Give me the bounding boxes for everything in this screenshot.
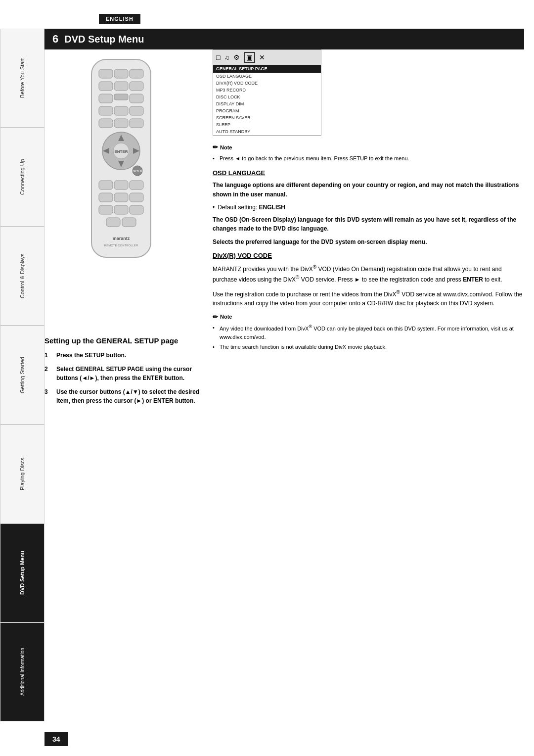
note-box-1: ✏ Note • Press ◄ to go back to the previ… [213, 142, 524, 162]
svg-text:SETUP: SETUP [133, 170, 142, 173]
note-1-bullet-1: • Press ◄ to go back to the previous men… [213, 154, 524, 163]
svg-rect-25 [99, 181, 113, 189]
svg-text:ENTER: ENTER [114, 149, 128, 154]
menu-item-osd: OSD LANGUAGE [213, 73, 321, 80]
osd-para-2: The OSD (On-Screen Display) language for… [213, 215, 524, 234]
svg-rect-2 [114, 69, 128, 78]
note-2-text-1: Any video the downloaded from DivX® VOD … [220, 324, 524, 341]
svg-rect-26 [114, 181, 128, 189]
sidebar-item-before-you-start[interactable]: Before You Start [0, 29, 44, 128]
left-column: ENTER SETUP marantz [44, 49, 203, 269]
sidebar: Before You Start Connecting Up Control &… [0, 29, 44, 721]
svg-rect-34 [106, 218, 120, 227]
menu-screenshot: □ ♫ ⚙ ▣ ✕ GENERAL SETUP PAGE OSD LANGUAG… [213, 49, 321, 136]
divx-para-1: MARANTZ provides you with the DivX® VOD … [213, 263, 524, 284]
svg-rect-3 [130, 69, 143, 78]
menu-icon-settings: ⚙ [233, 53, 240, 61]
chapter-title: DVD Setup Menu [64, 34, 144, 45]
svg-rect-1 [99, 69, 113, 78]
setup-section: Setting up the GENERAL SETUP page 1 Pres… [44, 336, 203, 410]
menu-item-sleep: SLEEP [213, 121, 321, 128]
svg-rect-10 [99, 106, 113, 115]
svg-rect-14 [114, 119, 128, 128]
divx-para-2: Use the registration code to purchase or… [213, 288, 524, 308]
svg-rect-4 [99, 82, 113, 91]
menu-icon-display: ▣ [244, 52, 255, 63]
note-1-text: Press ◄ to go back to the previous menu … [220, 154, 409, 163]
svg-rect-35 [122, 218, 136, 227]
right-column: □ ♫ ⚙ ▣ ✕ GENERAL SETUP PAGE OSD LANGUAG… [213, 49, 524, 358]
svg-text:marantz: marantz [113, 236, 130, 241]
menu-item-mp3: MP3 RECORD [213, 87, 321, 94]
note-1-title: ✏ Note [213, 142, 524, 152]
osd-para-1: The language options are different depen… [213, 181, 524, 199]
step-2-number: 2 [44, 365, 52, 382]
chapter-header: 6 DVD Setup Menu [44, 29, 524, 49]
svg-rect-30 [130, 193, 143, 202]
menu-item-display-dim: DISPLAY DIM [213, 100, 321, 107]
sidebar-item-playing-discs[interactable]: Playing Discs [0, 425, 44, 523]
step-2-text: Select GENERAL SETUP PAGE using the curs… [56, 365, 203, 382]
page-number: 34 [44, 732, 68, 746]
step-1-text: Press the SETUP button. [56, 351, 203, 360]
step-3-text: Use the cursor buttons (▲/▼) to select t… [56, 387, 203, 405]
svg-rect-9 [130, 94, 143, 103]
note-2-title: ✏ Note [213, 312, 524, 322]
menu-item-program: PROGRAM [213, 107, 321, 114]
menu-item-screen-saver: SCREEN SAVER [213, 114, 321, 121]
setup-section-title: Setting up the GENERAL SETUP page [44, 336, 203, 345]
menu-header: GENERAL SETUP PAGE [213, 65, 321, 73]
sidebar-item-dvd-setup-menu[interactable]: DVD Setup Menu [0, 523, 44, 622]
divx-vod-heading: DivX(R) VOD CODE [213, 252, 524, 259]
svg-rect-15 [130, 119, 143, 128]
svg-rect-33 [130, 205, 143, 214]
svg-rect-13 [99, 119, 113, 128]
svg-rect-6 [130, 82, 143, 91]
setup-step-2: 2 Select GENERAL SETUP PAGE using the cu… [44, 365, 203, 382]
note-2-bullet-1: • Any video the downloaded from DivX® VO… [213, 324, 524, 341]
sidebar-item-control-displays[interactable]: Control & Displays [0, 227, 44, 326]
svg-rect-28 [99, 193, 113, 202]
step-1-number: 1 [44, 351, 52, 360]
menu-item-divx: DIVX(R) VOD CODE [213, 80, 321, 87]
english-tab: ENGLISH [99, 14, 140, 24]
osd-para-3: Selects the preferred language for the D… [213, 237, 524, 247]
setup-step-3: 3 Use the cursor buttons (▲/▼) to select… [44, 387, 203, 405]
svg-rect-31 [99, 205, 113, 214]
osd-default-setting: • Default setting: ENGLISH [213, 203, 524, 212]
svg-rect-11 [114, 106, 128, 115]
note-2-text-2: The time search function is not availabl… [220, 343, 387, 351]
svg-rect-29 [114, 193, 128, 202]
menu-icon-music: ♫ [224, 53, 229, 61]
sidebar-item-connecting-up[interactable]: Connecting Up [0, 128, 44, 227]
remote-controller: ENTER SETUP marantz [82, 54, 166, 264]
osd-language-heading: OSD LANGUAGE [213, 169, 524, 177]
svg-rect-8 [114, 94, 128, 100]
menu-icon-file: □ [216, 53, 220, 61]
svg-rect-32 [114, 205, 128, 214]
step-3-number: 3 [44, 387, 52, 405]
chapter-number: 6 [52, 33, 58, 46]
svg-rect-27 [130, 181, 143, 189]
sidebar-item-additional-info[interactable]: Additional Information [0, 622, 44, 721]
menu-icons-row: □ ♫ ⚙ ▣ ✕ [213, 50, 321, 65]
note-icon-1: ✏ [213, 142, 218, 152]
menu-icon-close: ✕ [259, 53, 265, 61]
note-2-bullet-2: • The time search function is not availa… [213, 343, 524, 351]
svg-rect-7 [99, 94, 113, 103]
menu-item-auto-standby: AUTO STANDBY [213, 128, 321, 135]
sidebar-item-getting-started[interactable]: Getting Started [0, 326, 44, 425]
note-icon-2: ✏ [213, 312, 218, 322]
svg-text:REMOTE CONTROLLER: REMOTE CONTROLLER [104, 244, 138, 247]
svg-rect-5 [114, 82, 128, 91]
main-content: ENTER SETUP marantz [44, 49, 524, 726]
setup-step-1: 1 Press the SETUP button. [44, 351, 203, 360]
svg-rect-12 [130, 106, 143, 115]
note-box-2: ✏ Note • Any video the downloaded from D… [213, 312, 524, 351]
menu-item-disc-lock: DISC LOCK [213, 94, 321, 100]
